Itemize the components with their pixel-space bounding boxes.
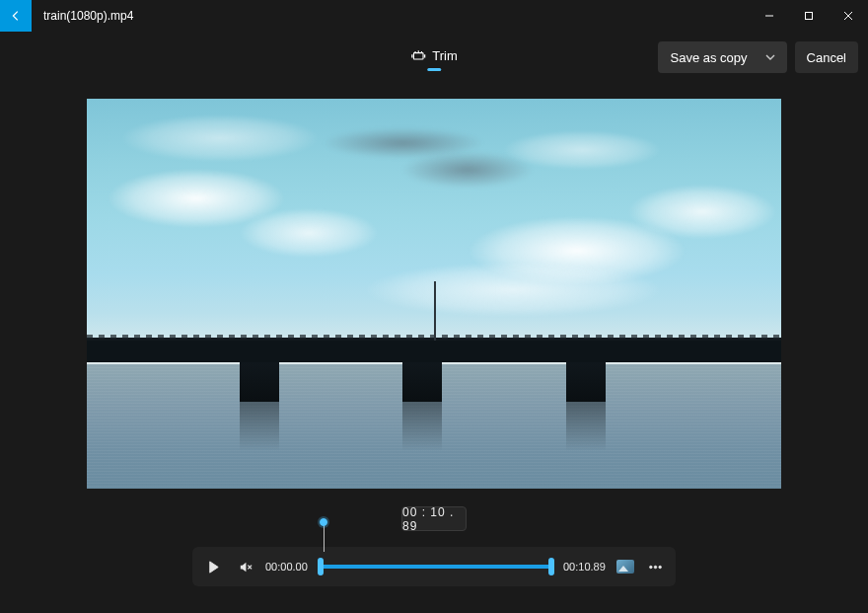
video-frame[interactable] (87, 99, 781, 489)
svg-point-3 (654, 566, 656, 568)
mute-button[interactable] (234, 556, 255, 577)
trim-handle-end[interactable] (548, 558, 554, 575)
chevron-down-icon (765, 52, 775, 62)
minimize-button[interactable] (750, 0, 789, 32)
trim-tool-tab[interactable]: Trim (404, 44, 464, 71)
window-controls (750, 0, 868, 32)
more-options-button[interactable] (644, 556, 666, 577)
file-name: train(1080p).mp4 (32, 0, 145, 32)
close-icon (843, 11, 853, 21)
svg-point-2 (649, 566, 651, 568)
maximize-icon (804, 11, 814, 21)
playhead-knob[interactable] (320, 518, 327, 526)
arrow-left-icon (9, 9, 23, 23)
save-as-copy-label: Save as copy (670, 50, 747, 65)
play-button[interactable] (202, 556, 224, 577)
back-button[interactable] (0, 0, 32, 32)
save-as-copy-button[interactable]: Save as copy (658, 41, 786, 73)
trim-start-time: 00:00.00 (265, 561, 309, 573)
minimize-icon (764, 11, 774, 21)
ellipsis-icon (648, 560, 663, 575)
svg-point-4 (658, 566, 660, 568)
play-icon (206, 560, 221, 575)
preview-area (0, 83, 868, 498)
svg-rect-0 (806, 13, 813, 20)
close-button[interactable] (829, 0, 868, 32)
timeline-track[interactable] (319, 552, 553, 581)
titlebar: train(1080p).mp4 (0, 0, 868, 32)
playback-controlbar: 00:00.00 00:10.89 (192, 547, 676, 586)
cancel-label: Cancel (807, 50, 846, 65)
track-selection (319, 565, 553, 569)
selection-duration: 00 : 10 . 89 (401, 506, 467, 531)
svg-rect-1 (413, 53, 423, 59)
playhead[interactable] (324, 522, 326, 552)
toolbar: Trim Save as copy Cancel (0, 32, 868, 83)
tab-active-indicator (427, 68, 441, 71)
trim-end-time: 00:10.89 (563, 561, 607, 573)
cancel-button[interactable]: Cancel (795, 41, 858, 73)
frame-thumbnail-icon[interactable] (616, 560, 634, 574)
speaker-muted-icon (238, 560, 253, 575)
maximize-button[interactable] (789, 0, 829, 32)
trim-icon (410, 48, 426, 62)
trim-handle-start[interactable] (318, 558, 324, 575)
trim-tool-label: Trim (432, 48, 458, 63)
